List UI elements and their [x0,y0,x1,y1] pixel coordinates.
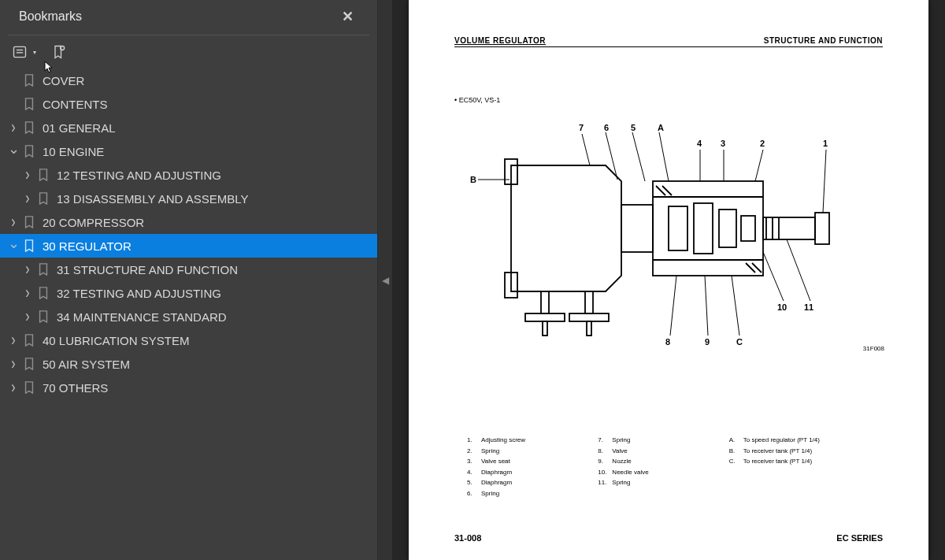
options-caret-icon[interactable]: ▾ [33,49,36,56]
svg-rect-27 [569,313,609,321]
page-header: VOLUME REGULATOR STRUCTURE AND FUNCTION [454,36,883,47]
bookmark-icon [36,310,50,323]
svg-rect-26 [585,291,593,313]
bookmark-item[interactable]: ⌄10 ENGINE [0,139,377,163]
callout-item: 5.Diaphragm [467,477,590,488]
chevron-right-icon[interactable]: › [5,354,22,373]
bookmark-icon [22,381,36,394]
callout-item: 10.Needle valve [598,467,721,478]
svg-text:11: 11 [804,302,813,312]
bookmark-item[interactable]: ›40 LUBRICATION SYSTEM [0,328,377,352]
bookmark-label: 13 DISASSEMBLY AND ASSEMBLY [57,192,371,206]
bookmark-item[interactable]: •COVER [0,69,377,92]
bookmark-label: 12 TESTING AND ADJUSTING [57,169,371,182]
svg-rect-7 [653,181,763,276]
app-root: Bookmarks ✕ ▾ •COVER•CONTENTS›01 GENERAL… [0,0,945,560]
svg-rect-28 [587,321,591,336]
bookmark-label: 70 OTHERS [43,381,371,395]
bookmark-icon [22,358,36,370]
bookmark-label: 50 AIR SYSTEM [43,358,371,371]
page-header-right: STRUCTURE AND FUNCTION [764,36,883,45]
svg-line-35 [755,150,763,181]
svg-line-37 [670,276,676,336]
chevron-right-icon[interactable]: › [19,283,36,302]
svg-text:5: 5 [631,123,636,132]
bookmark-item[interactable]: ›32 TESTING AND ADJUSTING [0,281,377,305]
bookmark-item[interactable]: ›20 COMPRESSOR [0,210,377,234]
bookmark-icon [22,216,36,228]
bookmark-label: COVER [43,74,371,87]
svg-text:A: A [658,123,664,132]
bookmark-label: 40 LUBRICATION SYSTEM [43,334,371,347]
sidebar-title: Bookmarks [19,9,82,24]
svg-rect-0 [14,46,26,57]
chevron-right-icon[interactable]: › [5,377,22,397]
svg-rect-24 [525,313,565,321]
callout-item: 8.Valve [598,446,721,457]
svg-line-36 [823,150,826,213]
bookmark-item[interactable]: ›50 AIR SYSTEM [0,352,377,376]
bookmark-item[interactable]: ›70 OTHERS [0,376,377,399]
page-header-left: VOLUME REGULATOR [454,36,546,45]
technical-diagram: 7 6 5 A 4 3 2 1 B 8 9 C 10 11 [464,118,889,354]
bookmark-icon [22,74,36,87]
svg-rect-11 [694,203,713,254]
page-number: 31-008 [454,533,481,543]
svg-line-31 [632,132,645,181]
bookmark-label: 34 MAINTENANCE STANDARD [57,310,371,324]
svg-text:2: 2 [760,139,765,148]
callout-column-1: 1.Adjusting screw2.Spring3.Valve seat4.D… [467,435,590,499]
bookmark-icon [36,287,50,299]
bookmark-tree[interactable]: •COVER•CONTENTS›01 GENERAL⌄10 ENGINE›12 … [0,64,377,560]
bookmark-icon [22,145,36,158]
svg-rect-13 [741,216,755,241]
bookmark-item[interactable]: ›34 MAINTENANCE STANDARD [0,305,377,328]
bookmark-item[interactable]: ⌄30 REGULATOR [0,234,377,258]
svg-text:6: 6 [604,123,609,132]
series-label: EC SERIES [836,533,883,543]
svg-line-41 [787,239,810,301]
document-viewport[interactable]: VOLUME REGULATOR STRUCTURE AND FUNCTION … [392,0,945,560]
bookmark-label: 01 GENERAL [43,121,371,135]
bookmark-item[interactable]: ›12 TESTING AND ADJUSTING [0,163,377,187]
svg-text:3: 3 [721,139,725,148]
diagram-code: 31F008 [863,345,884,352]
chevron-right-icon[interactable]: › [19,259,36,279]
chevron-down-icon[interactable]: ⌄ [5,140,22,158]
svg-text:7: 7 [579,123,584,132]
callout-item: 4.Diaphragm [467,467,590,478]
callout-item: 7.Spring [598,435,721,446]
close-icon[interactable]: ✕ [337,6,358,27]
chevron-right-icon[interactable]: › [5,117,22,137]
collapse-sidebar-icon[interactable]: ◀ [382,275,389,286]
find-bookmark-icon[interactable] [50,43,68,61]
svg-rect-25 [543,321,547,336]
svg-rect-12 [719,210,736,247]
bookmark-item[interactable]: ›13 DISASSEMBLY AND ASSEMBLY [0,187,377,210]
sidebar-toolbar: ▾ [0,35,377,64]
document-page: VOLUME REGULATOR STRUCTURE AND FUNCTION … [409,0,928,560]
callout-item: 2.Spring [467,446,590,457]
sidebar-header: Bookmarks ✕ [8,0,369,35]
svg-rect-19 [815,213,829,244]
bookmark-label: 20 COMPRESSOR [43,216,371,229]
chevron-right-icon[interactable]: › [5,212,22,232]
svg-line-38 [705,276,708,336]
svg-line-29 [582,134,590,165]
chevron-right-icon[interactable]: › [19,306,36,326]
bookmark-label: 30 REGULATOR [43,239,371,253]
svg-rect-10 [669,206,687,250]
bookmark-item[interactable]: ›01 GENERAL [0,116,377,139]
chevron-down-icon[interactable]: ⌄ [5,235,22,252]
svg-rect-6 [621,205,653,252]
options-icon[interactable] [11,43,28,61]
chevron-right-icon[interactable]: › [19,188,36,208]
callout-item: B.To receiver tank (PT 1/4) [729,446,889,457]
chevron-right-icon[interactable]: › [19,165,36,184]
chevron-right-icon[interactable]: › [5,330,22,350]
bookmark-item[interactable]: ›31 STRUCTURE AND FUNCTION [0,258,377,281]
callout-legend: 1.Adjusting screw2.Spring3.Valve seat4.D… [467,435,889,499]
bookmark-item[interactable]: •CONTENTS [0,92,377,116]
svg-text:9: 9 [705,337,710,347]
callout-column-3: A.To speed regulator (PT 1/4)B.To receiv… [729,435,889,499]
